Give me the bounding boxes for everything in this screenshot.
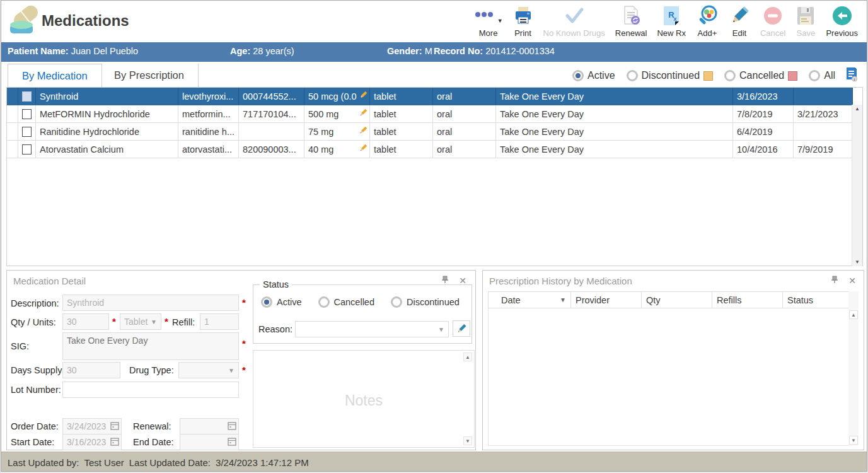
col-date[interactable]: Date▼ xyxy=(497,291,571,308)
order-date-field[interactable] xyxy=(62,418,122,435)
scroll-up-icon[interactable]: ▲ xyxy=(463,353,472,361)
col-refills[interactable]: Refills xyxy=(712,291,783,308)
medication-report-info-icon[interactable]: i xyxy=(845,67,858,85)
grid-vertical-scrollbar[interactable]: ▲ ▼ xyxy=(852,105,862,266)
scroll-down-icon[interactable]: ▼ xyxy=(849,436,858,445)
close-icon[interactable]: ✕ xyxy=(459,276,466,285)
filter-discontinued[interactable]: Discontinued xyxy=(627,70,714,81)
checkmark-icon xyxy=(564,4,585,27)
status-cancelled-radio[interactable]: Cancelled xyxy=(318,296,375,308)
last-updated-date-value: 3/24/2023 1:47:12 PM xyxy=(216,457,309,468)
add-button[interactable]: Add+ xyxy=(691,3,724,40)
edit-dosage-icon[interactable] xyxy=(359,126,367,137)
col-qty[interactable]: Qty xyxy=(642,291,712,308)
renewal-date-field[interactable] xyxy=(180,418,239,435)
scroll-down-icon[interactable]: ▼ xyxy=(852,259,862,265)
last-updated-by-label: Last Updated by: xyxy=(8,457,79,468)
row-checkbox[interactable] xyxy=(22,109,32,119)
drug-type-dropdown[interactable]: ▼ xyxy=(178,362,239,378)
medications-pill-icon xyxy=(9,6,39,37)
cancel-circle-icon xyxy=(763,4,783,27)
tab-by-medication[interactable]: By Medication xyxy=(8,64,102,87)
reason-edit-button[interactable] xyxy=(453,320,470,337)
sig-field[interactable] xyxy=(62,332,239,360)
history-table-header: Date▼ Provider Qty Refills Status xyxy=(488,291,850,308)
row-checkbox[interactable] xyxy=(22,91,32,102)
new-rx-button[interactable]: Rx New Rx xyxy=(652,3,691,40)
dropdown-caret-icon: ▼ xyxy=(438,326,444,333)
edit-dosage-icon[interactable] xyxy=(359,144,367,155)
edit-dosage-icon[interactable] xyxy=(359,91,367,102)
refill-field[interactable] xyxy=(200,313,239,330)
row-checkbox[interactable] xyxy=(22,144,32,155)
scroll-down-icon[interactable]: ▼ xyxy=(463,436,472,445)
tab-by-prescription[interactable]: By Prescription xyxy=(100,64,199,87)
notes-placeholder: Notes xyxy=(253,392,474,409)
description-field[interactable] xyxy=(62,295,239,311)
row-checkbox[interactable] xyxy=(22,127,32,137)
filter-all[interactable]: All xyxy=(809,70,835,81)
cancelled-color-swatch xyxy=(788,71,797,81)
patient-record-no: Record No: 201412-0001334 xyxy=(434,46,555,56)
panel-title: Medication Detail xyxy=(13,276,86,286)
filter-active-radio[interactable] xyxy=(572,70,584,81)
medications-window: Medications ▼ More Print No Known Drug xyxy=(1,0,867,472)
filter-cancelled[interactable]: Cancelled xyxy=(724,70,797,81)
calendar-icon[interactable] xyxy=(110,421,119,433)
calendar-icon[interactable] xyxy=(228,421,236,433)
more-dots-icon: ▼ xyxy=(474,4,503,27)
units-dropdown[interactable]: Tablet▼ xyxy=(120,313,161,330)
status-bar: Last Updated by: Test User Last Updated … xyxy=(1,452,867,472)
discontinued-color-swatch xyxy=(703,71,713,81)
previous-arrow-icon xyxy=(831,4,853,27)
filter-discontinued-radio[interactable] xyxy=(627,70,638,81)
filter-active[interactable]: Active xyxy=(572,70,615,81)
previous-button[interactable]: Previous xyxy=(821,3,863,40)
col-status[interactable]: Status xyxy=(783,291,850,308)
print-button[interactable]: Print xyxy=(508,3,538,40)
sort-caret-icon[interactable]: ▼ xyxy=(560,296,566,303)
status-discontinued-radio[interactable]: Discontinued xyxy=(391,296,460,308)
last-updated-date-label: Last Updated Date: xyxy=(129,457,211,468)
close-icon[interactable]: ✕ xyxy=(848,276,856,285)
days-supply-field[interactable] xyxy=(62,362,120,378)
end-date-field[interactable] xyxy=(180,434,239,450)
new-rx-note-icon: Rx xyxy=(662,4,681,27)
more-caret-icon: ▼ xyxy=(497,18,503,24)
status-groupbox: Status Active Cancelled Discontinued Rea… xyxy=(253,284,472,344)
lot-number-field[interactable] xyxy=(62,382,239,398)
more-button[interactable]: ▼ More xyxy=(469,3,508,40)
start-date-field[interactable] xyxy=(62,434,122,450)
add-search-pills-icon xyxy=(696,4,719,27)
dropdown-caret-icon: ▼ xyxy=(228,367,234,374)
no-known-drugs-button[interactable]: No Known Drugs xyxy=(538,3,610,40)
tab-strip: By Medication By Prescription Active Dis… xyxy=(1,62,867,87)
print-icon xyxy=(513,4,533,27)
history-vertical-scrollbar[interactable]: ▲ ▼ xyxy=(848,291,859,446)
scroll-up-icon[interactable]: ▲ xyxy=(852,106,862,112)
calendar-icon[interactable] xyxy=(110,437,119,448)
reason-dropdown[interactable]: ▼ xyxy=(295,321,449,337)
medication-row[interactable]: MetFORMIN Hydrochloride metformin... 717… xyxy=(7,105,853,123)
calendar-icon[interactable] xyxy=(228,437,236,448)
status-active-radio[interactable]: Active xyxy=(261,296,302,308)
pin-icon[interactable] xyxy=(441,276,449,285)
header: Medications ▼ More Print No Known Drug xyxy=(1,1,867,42)
edit-dosage-icon[interactable] xyxy=(359,108,367,119)
medication-row[interactable]: Atorvastatin Calcium atorvastati... 8200… xyxy=(7,141,853,158)
medication-row[interactable]: Ranitidine Hydrochloride ranitidine h...… xyxy=(7,123,853,141)
patient-age: Age: 28 year(s) xyxy=(230,46,294,56)
save-button[interactable]: Save xyxy=(790,3,821,40)
medication-row[interactable]: Synthroid levothyroxi... 000744552... 50… xyxy=(7,88,853,105)
filter-cancelled-radio[interactable] xyxy=(724,70,736,81)
pin-icon[interactable] xyxy=(831,276,838,285)
filter-all-radio[interactable] xyxy=(809,70,820,81)
col-provider[interactable]: Provider xyxy=(571,291,642,308)
svg-text:x: x xyxy=(674,16,677,22)
qty-field[interactable] xyxy=(62,313,109,330)
edit-button[interactable]: Edit xyxy=(724,3,755,40)
cancel-button[interactable]: Cancel xyxy=(755,3,790,40)
notes-area[interactable]: Notes ▲ ▼ xyxy=(253,350,475,448)
renewal-button[interactable]: Renewal xyxy=(610,3,652,40)
scroll-up-icon[interactable]: ▲ xyxy=(849,310,858,319)
